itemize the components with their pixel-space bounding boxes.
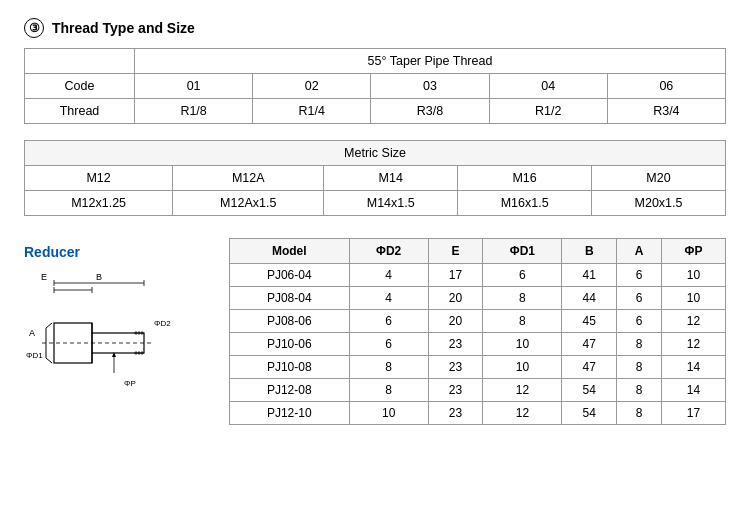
table-cell: PJ06-04 bbox=[230, 264, 350, 287]
table-cell: 8 bbox=[617, 402, 662, 425]
table-cell: 20 bbox=[428, 287, 483, 310]
table-cell: 8 bbox=[483, 287, 562, 310]
taper-thread-r14: R1/4 bbox=[253, 99, 371, 124]
taper-thread-r12: R1/2 bbox=[489, 99, 607, 124]
table-cell: 4 bbox=[349, 287, 428, 310]
table-cell: PJ08-06 bbox=[230, 310, 350, 333]
reducer-header-row: Model ΦD2 E ΦD1 B A ΦP bbox=[230, 239, 726, 264]
section-title: ③ Thread Type and Size bbox=[24, 18, 726, 38]
col-model: Model bbox=[230, 239, 350, 264]
svg-line-27 bbox=[46, 358, 52, 363]
table-row: PJ12-1010231254817 bbox=[230, 402, 726, 425]
table-cell: PJ08-04 bbox=[230, 287, 350, 310]
col-e: E bbox=[428, 239, 483, 264]
table-cell: 17 bbox=[428, 264, 483, 287]
svg-text:ΦP: ΦP bbox=[124, 379, 136, 388]
table-cell: 44 bbox=[562, 287, 617, 310]
metric-header: Metric Size bbox=[25, 141, 726, 166]
svg-text:ΦD1: ΦD1 bbox=[26, 351, 43, 360]
table-cell: 23 bbox=[428, 402, 483, 425]
table-cell: 47 bbox=[562, 333, 617, 356]
table-cell: 4 bbox=[349, 264, 428, 287]
table-cell: 6 bbox=[617, 310, 662, 333]
table-cell: PJ12-08 bbox=[230, 379, 350, 402]
section-title-text: Thread Type and Size bbox=[52, 20, 195, 36]
table-cell: 8 bbox=[617, 356, 662, 379]
metric-m16: M16 bbox=[458, 166, 592, 191]
table-cell: 12 bbox=[662, 310, 726, 333]
taper-pipe-header: 55° Taper Pipe Thread bbox=[135, 49, 726, 74]
reducer-table-wrap: Model ΦD2 E ΦD1 B A ΦP PJ06-04417641610P… bbox=[229, 238, 726, 425]
svg-text:ΦD2: ΦD2 bbox=[154, 319, 171, 328]
table-row: PJ10-066231047812 bbox=[230, 333, 726, 356]
metric-size-row: M12x1.25 M12Ax1.5 M14x1.5 M16x1.5 M20x1.… bbox=[25, 191, 726, 216]
taper-thread-r18: R1/8 bbox=[135, 99, 253, 124]
svg-text:E: E bbox=[41, 272, 47, 282]
metric-m12x125: M12x1.25 bbox=[25, 191, 173, 216]
table-cell: 8 bbox=[483, 310, 562, 333]
table-cell: 23 bbox=[428, 379, 483, 402]
table-cell: 14 bbox=[662, 379, 726, 402]
table-cell: 8 bbox=[349, 379, 428, 402]
table-cell: PJ10-06 bbox=[230, 333, 350, 356]
table-cell: 10 bbox=[662, 264, 726, 287]
col-a: A bbox=[617, 239, 662, 264]
table-cell: 54 bbox=[562, 402, 617, 425]
table-cell: 17 bbox=[662, 402, 726, 425]
taper-code-06: 06 bbox=[607, 74, 725, 99]
metric-size-table: Metric Size M12 M12A M14 M16 M20 M12x1.2… bbox=[24, 140, 726, 216]
table-cell: 10 bbox=[483, 333, 562, 356]
col-d1: ΦD1 bbox=[483, 239, 562, 264]
reducer-svg: B E A ΦD1 ΦD2 ΦP bbox=[24, 268, 199, 398]
svg-text:A: A bbox=[29, 328, 35, 338]
metric-m16x15: M16x1.5 bbox=[458, 191, 592, 216]
metric-m20: M20 bbox=[592, 166, 726, 191]
table-row: PJ10-088231047814 bbox=[230, 356, 726, 379]
taper-thread-label: Thread bbox=[25, 99, 135, 124]
metric-m12a: M12A bbox=[173, 166, 324, 191]
svg-line-25 bbox=[46, 323, 52, 328]
taper-code-label: Code bbox=[25, 74, 135, 99]
table-cell: 54 bbox=[562, 379, 617, 402]
table-cell: 12 bbox=[662, 333, 726, 356]
col-b: B bbox=[562, 239, 617, 264]
table-cell: PJ12-10 bbox=[230, 402, 350, 425]
table-cell: 8 bbox=[617, 333, 662, 356]
taper-thread-r34: R3/4 bbox=[607, 99, 725, 124]
table-cell: 6 bbox=[483, 264, 562, 287]
table-cell: 8 bbox=[617, 379, 662, 402]
table-cell: 6 bbox=[349, 310, 428, 333]
table-cell: 14 bbox=[662, 356, 726, 379]
taper-code-row: Code 01 02 03 04 06 bbox=[25, 74, 726, 99]
table-cell: 8 bbox=[349, 356, 428, 379]
svg-text:B: B bbox=[96, 272, 102, 282]
reducer-section: Reducer B E A ΦD1 ΦD2 ΦP bbox=[24, 238, 726, 425]
metric-m14x15: M14x1.5 bbox=[324, 191, 458, 216]
metric-m14: M14 bbox=[324, 166, 458, 191]
table-cell: 6 bbox=[617, 264, 662, 287]
metric-m12: M12 bbox=[25, 166, 173, 191]
reducer-diagram: Reducer B E A ΦD1 ΦD2 ΦP bbox=[24, 244, 209, 401]
table-cell: 10 bbox=[349, 402, 428, 425]
metric-m20x15: M20x1.5 bbox=[592, 191, 726, 216]
table-row: PJ12-088231254814 bbox=[230, 379, 726, 402]
table-cell: 23 bbox=[428, 356, 483, 379]
table-cell: 10 bbox=[483, 356, 562, 379]
metric-m12ax15: M12Ax1.5 bbox=[173, 191, 324, 216]
taper-thread-row: Thread R1/8 R1/4 R3/8 R1/2 R3/4 bbox=[25, 99, 726, 124]
metric-header-row: Metric Size bbox=[25, 141, 726, 166]
table-cell: 41 bbox=[562, 264, 617, 287]
taper-code-01: 01 bbox=[135, 74, 253, 99]
table-row: PJ08-04420844610 bbox=[230, 287, 726, 310]
taper-code-03: 03 bbox=[371, 74, 489, 99]
section-number: ③ bbox=[24, 18, 44, 38]
table-cell: 20 bbox=[428, 310, 483, 333]
taper-thread-r38: R3/8 bbox=[371, 99, 489, 124]
table-row: PJ06-04417641610 bbox=[230, 264, 726, 287]
table-cell: 45 bbox=[562, 310, 617, 333]
table-cell: 12 bbox=[483, 402, 562, 425]
table-cell: 6 bbox=[349, 333, 428, 356]
metric-code-row: M12 M12A M14 M16 M20 bbox=[25, 166, 726, 191]
table-cell: 12 bbox=[483, 379, 562, 402]
table-row: PJ08-06620845612 bbox=[230, 310, 726, 333]
